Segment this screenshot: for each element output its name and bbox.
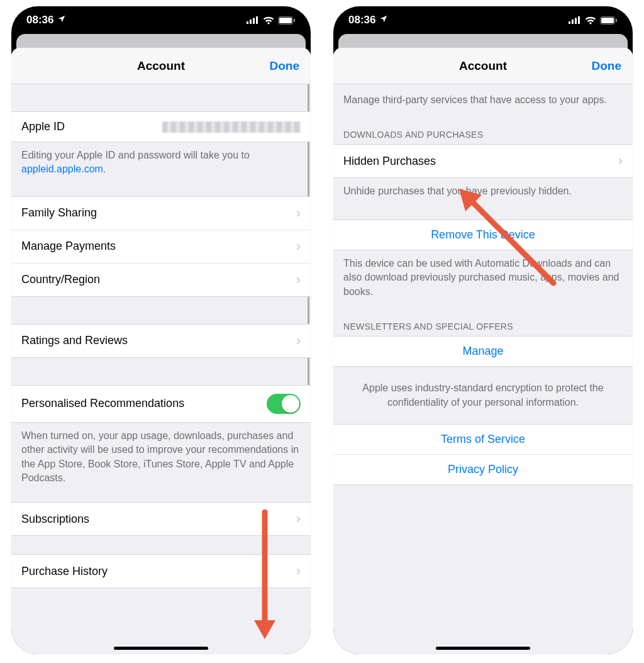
personalised-note: When turned on, your app usage, download… <box>11 423 311 494</box>
subscriptions-row[interactable]: Subscriptions › <box>11 502 311 536</box>
battery-icon <box>600 16 618 25</box>
svg-rect-9 <box>569 21 570 24</box>
svg-rect-2 <box>253 18 255 25</box>
downloads-header: DOWNLOADS AND PURCHASES <box>333 116 633 145</box>
country-region-row[interactable]: Country/Region › <box>11 263 311 297</box>
apps-access-note: Manage third-party services that have ac… <box>333 84 633 116</box>
status-time: 08:36 <box>348 14 375 26</box>
encryption-note: Apple uses industry-standard encryption … <box>333 367 633 425</box>
cellular-icon <box>247 16 259 24</box>
privacy-policy-link[interactable]: Privacy Policy <box>333 454 633 485</box>
battery-icon <box>278 16 296 25</box>
phone-right: 08:36 Account Done Manage third-party se… <box>333 6 633 654</box>
cellular-icon <box>569 16 581 24</box>
svg-rect-15 <box>616 19 617 22</box>
remove-device-note: This device can be used with Automatic D… <box>333 250 633 308</box>
apple-id-value-redacted <box>162 121 301 133</box>
ratings-reviews-row[interactable]: Ratings and Reviews › <box>11 324 311 358</box>
personalised-recommendations-row: Personalised Recommendations <box>11 385 311 423</box>
chevron-right-icon: › <box>296 563 301 579</box>
svg-rect-3 <box>256 16 258 24</box>
navbar: Account Done <box>333 48 633 84</box>
svg-rect-10 <box>572 20 574 24</box>
done-button[interactable]: Done <box>592 59 622 73</box>
navbar: Account Done <box>11 48 311 84</box>
done-button[interactable]: Done <box>270 59 300 73</box>
manage-newsletters-button[interactable]: Manage <box>333 336 633 367</box>
svg-rect-6 <box>294 19 295 22</box>
svg-rect-12 <box>578 16 580 24</box>
chevron-right-icon: › <box>296 511 301 527</box>
apple-id-label: Apple ID <box>21 120 65 133</box>
chevron-right-icon: › <box>618 153 623 169</box>
personalised-toggle[interactable] <box>267 394 301 414</box>
account-sheet: Account Done Manage third-party services… <box>333 48 633 654</box>
status-bar: 08:36 <box>11 6 311 34</box>
wifi-icon <box>585 16 596 25</box>
wifi-icon <box>263 16 274 25</box>
svg-rect-1 <box>250 20 252 24</box>
location-icon <box>379 14 388 26</box>
phone-left: 08:36 Account Done Apple ID <box>11 6 311 654</box>
purchase-history-row[interactable]: Purchase History › <box>11 554 311 588</box>
home-indicator <box>114 647 208 650</box>
hidden-purchases-row[interactable]: Hidden Purchases › <box>333 144 633 178</box>
home-indicator <box>436 647 530 650</box>
apple-id-note: Editing your Apple ID and password will … <box>11 142 311 186</box>
content-scroll[interactable]: Apple ID Editing your Apple ID and passw… <box>11 84 311 654</box>
content-scroll[interactable]: Manage third-party services that have ac… <box>333 84 633 654</box>
svg-rect-5 <box>279 18 292 23</box>
terms-of-service-link[interactable]: Terms of Service <box>333 424 633 455</box>
svg-rect-0 <box>247 21 248 24</box>
hidden-purchases-note: Unhide purchases that you have previousl… <box>333 178 633 207</box>
manage-payments-row[interactable]: Manage Payments › <box>11 230 311 264</box>
remove-this-device-button[interactable]: Remove This Device <box>333 220 633 250</box>
appleid-link[interactable]: appleid.apple.com <box>21 164 103 174</box>
status-bar: 08:36 <box>333 6 633 34</box>
svg-rect-11 <box>575 18 577 25</box>
chevron-right-icon: › <box>296 333 301 349</box>
account-sheet: Account Done Apple ID Editing your Apple… <box>11 48 311 654</box>
svg-rect-14 <box>601 18 614 23</box>
chevron-right-icon: › <box>296 205 301 221</box>
location-icon <box>57 14 66 26</box>
chevron-right-icon: › <box>296 238 301 255</box>
page-title: Account <box>459 59 507 73</box>
apple-id-row[interactable]: Apple ID <box>11 111 311 142</box>
newsletters-header: NEWSLETTERS AND SPECIAL OFFERS <box>333 308 633 337</box>
family-sharing-row[interactable]: Family Sharing › <box>11 196 311 230</box>
chevron-right-icon: › <box>296 272 301 288</box>
page-title: Account <box>137 59 185 73</box>
status-time: 08:36 <box>26 14 53 26</box>
